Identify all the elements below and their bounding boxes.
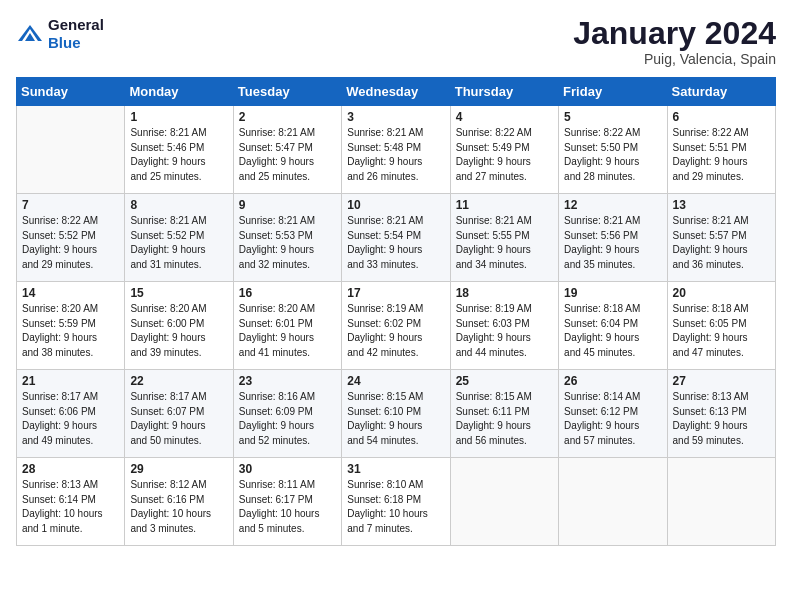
calendar-cell: 17Sunrise: 8:19 AM Sunset: 6:02 PM Dayli…: [342, 282, 450, 370]
day-number: 11: [456, 198, 553, 212]
calendar-cell: 25Sunrise: 8:15 AM Sunset: 6:11 PM Dayli…: [450, 370, 558, 458]
calendar-cell: 18Sunrise: 8:19 AM Sunset: 6:03 PM Dayli…: [450, 282, 558, 370]
calendar-cell: 28Sunrise: 8:13 AM Sunset: 6:14 PM Dayli…: [17, 458, 125, 546]
day-number: 29: [130, 462, 227, 476]
week-row-3: 14Sunrise: 8:20 AM Sunset: 5:59 PM Dayli…: [17, 282, 776, 370]
day-number: 15: [130, 286, 227, 300]
day-number: 4: [456, 110, 553, 124]
cell-info: Sunrise: 8:21 AM Sunset: 5:53 PM Dayligh…: [239, 215, 315, 270]
calendar-cell: 3Sunrise: 8:21 AM Sunset: 5:48 PM Daylig…: [342, 106, 450, 194]
cell-info: Sunrise: 8:19 AM Sunset: 6:02 PM Dayligh…: [347, 303, 423, 358]
calendar-cell: 11Sunrise: 8:21 AM Sunset: 5:55 PM Dayli…: [450, 194, 558, 282]
cell-info: Sunrise: 8:20 AM Sunset: 6:00 PM Dayligh…: [130, 303, 206, 358]
cell-info: Sunrise: 8:17 AM Sunset: 6:07 PM Dayligh…: [130, 391, 206, 446]
day-number: 18: [456, 286, 553, 300]
calendar-cell: 14Sunrise: 8:20 AM Sunset: 5:59 PM Dayli…: [17, 282, 125, 370]
calendar-cell: 19Sunrise: 8:18 AM Sunset: 6:04 PM Dayli…: [559, 282, 667, 370]
cell-info: Sunrise: 8:21 AM Sunset: 5:57 PM Dayligh…: [673, 215, 749, 270]
cell-info: Sunrise: 8:15 AM Sunset: 6:11 PM Dayligh…: [456, 391, 532, 446]
cell-info: Sunrise: 8:17 AM Sunset: 6:06 PM Dayligh…: [22, 391, 98, 446]
calendar-cell: 20Sunrise: 8:18 AM Sunset: 6:05 PM Dayli…: [667, 282, 775, 370]
day-number: 22: [130, 374, 227, 388]
calendar-cell: 24Sunrise: 8:15 AM Sunset: 6:10 PM Dayli…: [342, 370, 450, 458]
calendar-cell: 23Sunrise: 8:16 AM Sunset: 6:09 PM Dayli…: [233, 370, 341, 458]
cell-info: Sunrise: 8:21 AM Sunset: 5:52 PM Dayligh…: [130, 215, 206, 270]
logo-blue: Blue: [48, 34, 81, 51]
calendar-cell: 27Sunrise: 8:13 AM Sunset: 6:13 PM Dayli…: [667, 370, 775, 458]
cell-info: Sunrise: 8:22 AM Sunset: 5:49 PM Dayligh…: [456, 127, 532, 182]
cell-info: Sunrise: 8:20 AM Sunset: 5:59 PM Dayligh…: [22, 303, 98, 358]
logo-icon: [16, 23, 44, 45]
week-row-4: 21Sunrise: 8:17 AM Sunset: 6:06 PM Dayli…: [17, 370, 776, 458]
calendar-cell: 7Sunrise: 8:22 AM Sunset: 5:52 PM Daylig…: [17, 194, 125, 282]
cell-info: Sunrise: 8:16 AM Sunset: 6:09 PM Dayligh…: [239, 391, 315, 446]
calendar-cell: 5Sunrise: 8:22 AM Sunset: 5:50 PM Daylig…: [559, 106, 667, 194]
logo-general: General: [48, 16, 104, 33]
calendar-cell: [559, 458, 667, 546]
calendar-cell: [17, 106, 125, 194]
day-number: 12: [564, 198, 661, 212]
cell-info: Sunrise: 8:20 AM Sunset: 6:01 PM Dayligh…: [239, 303, 315, 358]
day-number: 2: [239, 110, 336, 124]
day-number: 25: [456, 374, 553, 388]
weekday-header-row: SundayMondayTuesdayWednesdayThursdayFrid…: [17, 78, 776, 106]
day-number: 30: [239, 462, 336, 476]
calendar-cell: 2Sunrise: 8:21 AM Sunset: 5:47 PM Daylig…: [233, 106, 341, 194]
day-number: 6: [673, 110, 770, 124]
day-number: 13: [673, 198, 770, 212]
title-block: January 2024 Puig, Valencia, Spain: [573, 16, 776, 67]
day-number: 7: [22, 198, 119, 212]
day-number: 20: [673, 286, 770, 300]
cell-info: Sunrise: 8:11 AM Sunset: 6:17 PM Dayligh…: [239, 479, 320, 534]
cell-info: Sunrise: 8:21 AM Sunset: 5:56 PM Dayligh…: [564, 215, 640, 270]
calendar-cell: 31Sunrise: 8:10 AM Sunset: 6:18 PM Dayli…: [342, 458, 450, 546]
weekday-header-wednesday: Wednesday: [342, 78, 450, 106]
cell-info: Sunrise: 8:21 AM Sunset: 5:47 PM Dayligh…: [239, 127, 315, 182]
calendar-cell: 30Sunrise: 8:11 AM Sunset: 6:17 PM Dayli…: [233, 458, 341, 546]
day-number: 8: [130, 198, 227, 212]
calendar-cell: 1Sunrise: 8:21 AM Sunset: 5:46 PM Daylig…: [125, 106, 233, 194]
cell-info: Sunrise: 8:13 AM Sunset: 6:13 PM Dayligh…: [673, 391, 749, 446]
cell-info: Sunrise: 8:22 AM Sunset: 5:52 PM Dayligh…: [22, 215, 98, 270]
day-number: 26: [564, 374, 661, 388]
day-number: 23: [239, 374, 336, 388]
day-number: 17: [347, 286, 444, 300]
day-number: 3: [347, 110, 444, 124]
cell-info: Sunrise: 8:12 AM Sunset: 6:16 PM Dayligh…: [130, 479, 211, 534]
day-number: 16: [239, 286, 336, 300]
day-number: 1: [130, 110, 227, 124]
weekday-header-tuesday: Tuesday: [233, 78, 341, 106]
cell-info: Sunrise: 8:21 AM Sunset: 5:46 PM Dayligh…: [130, 127, 206, 182]
week-row-5: 28Sunrise: 8:13 AM Sunset: 6:14 PM Dayli…: [17, 458, 776, 546]
calendar-cell: 6Sunrise: 8:22 AM Sunset: 5:51 PM Daylig…: [667, 106, 775, 194]
weekday-header-sunday: Sunday: [17, 78, 125, 106]
week-row-1: 1Sunrise: 8:21 AM Sunset: 5:46 PM Daylig…: [17, 106, 776, 194]
location: Puig, Valencia, Spain: [573, 51, 776, 67]
calendar-cell: 16Sunrise: 8:20 AM Sunset: 6:01 PM Dayli…: [233, 282, 341, 370]
day-number: 9: [239, 198, 336, 212]
day-number: 19: [564, 286, 661, 300]
calendar-cell: 8Sunrise: 8:21 AM Sunset: 5:52 PM Daylig…: [125, 194, 233, 282]
cell-info: Sunrise: 8:21 AM Sunset: 5:54 PM Dayligh…: [347, 215, 423, 270]
calendar-cell: 9Sunrise: 8:21 AM Sunset: 5:53 PM Daylig…: [233, 194, 341, 282]
calendar-table: SundayMondayTuesdayWednesdayThursdayFrid…: [16, 77, 776, 546]
cell-info: Sunrise: 8:18 AM Sunset: 6:04 PM Dayligh…: [564, 303, 640, 358]
cell-info: Sunrise: 8:19 AM Sunset: 6:03 PM Dayligh…: [456, 303, 532, 358]
weekday-header-saturday: Saturday: [667, 78, 775, 106]
calendar-cell: 12Sunrise: 8:21 AM Sunset: 5:56 PM Dayli…: [559, 194, 667, 282]
page-header: General Blue January 2024 Puig, Valencia…: [16, 16, 776, 67]
weekday-header-thursday: Thursday: [450, 78, 558, 106]
calendar-cell: 22Sunrise: 8:17 AM Sunset: 6:07 PM Dayli…: [125, 370, 233, 458]
calendar-cell: 4Sunrise: 8:22 AM Sunset: 5:49 PM Daylig…: [450, 106, 558, 194]
cell-info: Sunrise: 8:18 AM Sunset: 6:05 PM Dayligh…: [673, 303, 749, 358]
day-number: 31: [347, 462, 444, 476]
cell-info: Sunrise: 8:22 AM Sunset: 5:51 PM Dayligh…: [673, 127, 749, 182]
cell-info: Sunrise: 8:14 AM Sunset: 6:12 PM Dayligh…: [564, 391, 640, 446]
weekday-header-monday: Monday: [125, 78, 233, 106]
calendar-cell: 15Sunrise: 8:20 AM Sunset: 6:00 PM Dayli…: [125, 282, 233, 370]
cell-info: Sunrise: 8:21 AM Sunset: 5:48 PM Dayligh…: [347, 127, 423, 182]
calendar-cell: [450, 458, 558, 546]
day-number: 24: [347, 374, 444, 388]
calendar-cell: 21Sunrise: 8:17 AM Sunset: 6:06 PM Dayli…: [17, 370, 125, 458]
calendar-cell: 26Sunrise: 8:14 AM Sunset: 6:12 PM Dayli…: [559, 370, 667, 458]
